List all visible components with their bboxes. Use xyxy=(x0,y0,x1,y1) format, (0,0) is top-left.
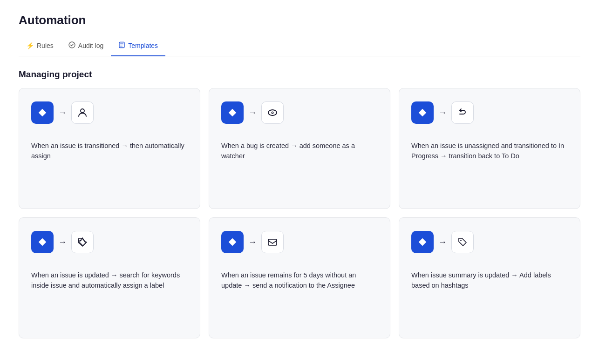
audit-icon xyxy=(68,41,75,50)
template-card-1[interactable]: → When an issue is transitioned → then a… xyxy=(19,88,200,209)
tab-templates[interactable]: Templates xyxy=(111,37,165,56)
arrow-2: → xyxy=(248,108,257,118)
action-icon-box-5 xyxy=(261,231,284,253)
trigger-icon-box-2 xyxy=(221,101,244,124)
trigger-icon-box-4 xyxy=(31,231,54,253)
section-title: Managing project xyxy=(19,69,580,80)
tab-audit-label: Audit log xyxy=(78,42,103,49)
card-3-description: When an issue is unassigned and transiti… xyxy=(411,141,568,162)
svg-point-5 xyxy=(272,112,273,113)
template-card-6[interactable]: → When issue summary is updated → Add la… xyxy=(399,217,580,338)
action-icon-box-4 xyxy=(71,231,94,253)
action-icon-box-3 xyxy=(451,101,474,124)
template-card-5[interactable]: → When an issue remains for 5 days witho… xyxy=(209,217,390,338)
card-6-description: When issue summary is updated → Add labe… xyxy=(411,270,568,291)
action-icon-box-1 xyxy=(71,101,94,124)
tab-audit-log[interactable]: Audit log xyxy=(61,37,111,56)
template-card-2[interactable]: → When a bug is created → add someone as… xyxy=(209,88,390,209)
rules-icon: ⚡ xyxy=(26,42,34,49)
page-wrapper: Automation ⚡ Rules Audit log Templates xyxy=(0,0,599,357)
tab-rules-label: Rules xyxy=(37,42,54,49)
card-4-icons: → xyxy=(31,231,188,253)
trigger-icon-box-5 xyxy=(221,231,244,253)
card-1-icons: → xyxy=(31,101,188,124)
card-5-description: When an issue remains for 5 days without… xyxy=(221,270,378,291)
tab-rules[interactable]: ⚡ Rules xyxy=(19,37,61,56)
templates-icon xyxy=(118,41,125,50)
svg-point-2 xyxy=(81,109,84,113)
card-6-icons: → xyxy=(411,231,568,253)
card-2-description: When a bug is created → add someone as a… xyxy=(221,141,378,162)
action-icon-box-6 xyxy=(451,231,474,253)
card-3-icons: → xyxy=(411,101,568,124)
arrow-3: → xyxy=(438,108,447,118)
trigger-icon-box-1 xyxy=(31,101,54,124)
arrow-5: → xyxy=(248,237,257,247)
template-card-3[interactable]: → When an issue is unassigned and transi… xyxy=(399,88,580,209)
card-4-description: When an issue is updated → search for ke… xyxy=(31,270,188,291)
trigger-icon-box-3 xyxy=(411,101,434,124)
svg-rect-7 xyxy=(268,239,277,245)
svg-point-6 xyxy=(80,240,82,241)
page-title: Automation xyxy=(19,13,580,27)
arrow-4: → xyxy=(58,237,67,247)
tab-templates-label: Templates xyxy=(128,42,158,49)
card-1-description: When an issue is transitioned → then aut… xyxy=(31,141,188,162)
cards-grid: → When an issue is transitioned → then a… xyxy=(19,88,580,338)
action-icon-box-2 xyxy=(261,101,284,124)
template-card-4[interactable]: → When an issue is updated → search for … xyxy=(19,217,200,338)
card-2-icons: → xyxy=(221,101,378,124)
svg-point-8 xyxy=(460,240,462,241)
arrow-6: → xyxy=(438,237,447,247)
card-5-icons: → xyxy=(221,231,378,253)
trigger-icon-box-6 xyxy=(411,231,434,253)
svg-point-0 xyxy=(69,42,75,48)
tabs-nav: ⚡ Rules Audit log Templates xyxy=(19,37,580,56)
arrow-1: → xyxy=(58,108,67,118)
